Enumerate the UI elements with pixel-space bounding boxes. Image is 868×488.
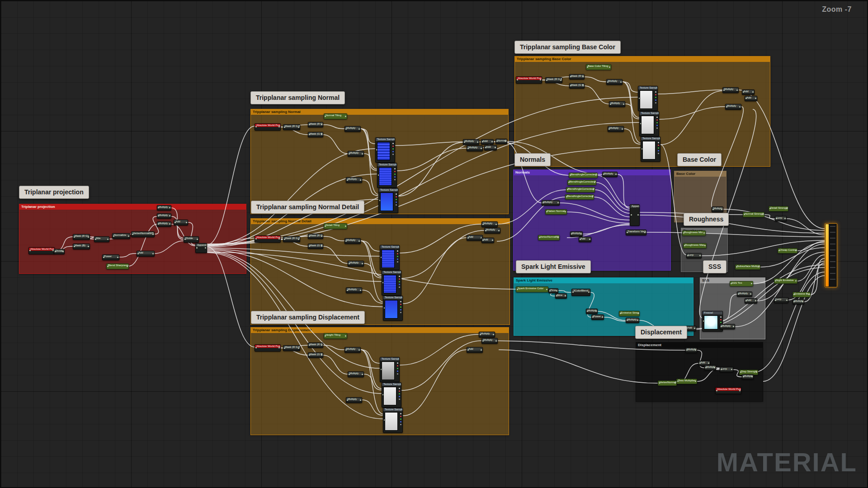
zoom-level-label: Zoom -7 [822, 5, 852, 14]
callout-tripplanar-sampling-base-color[interactable]: Tripplanar sampling Base Color [514, 41, 621, 54]
callout-tripplanar-sampling-normal-detail[interactable]: Tripplanar sampling Normal Detail [251, 201, 364, 214]
callout-base-color[interactable]: Base Color [677, 153, 722, 166]
material-graph-viewport[interactable]: Triplanar projectionTripplanar sampling … [0, 0, 868, 488]
callout-spark-light-emissive[interactable]: Spark Light Emissive [516, 260, 591, 273]
callout-normals[interactable]: Normals [514, 153, 551, 166]
callout-sss[interactable]: SSS [703, 260, 726, 273]
callout-triplanar-projection[interactable]: Triplanar projection [19, 186, 89, 199]
callout-displacement[interactable]: Displacement [635, 326, 687, 339]
callout-roughness[interactable]: Roughness [684, 213, 729, 226]
callout-tripplanar-sampling-normal[interactable]: Tripplanar sampling Normal [250, 91, 345, 104]
callout-layer: Triplanar projectionTripplanar sampling … [1, 1, 867, 487]
material-watermark: MATERIAL [717, 447, 857, 477]
callout-tripplanar-sampling-displacement[interactable]: Tripplanar sampling Displacement [251, 311, 365, 324]
